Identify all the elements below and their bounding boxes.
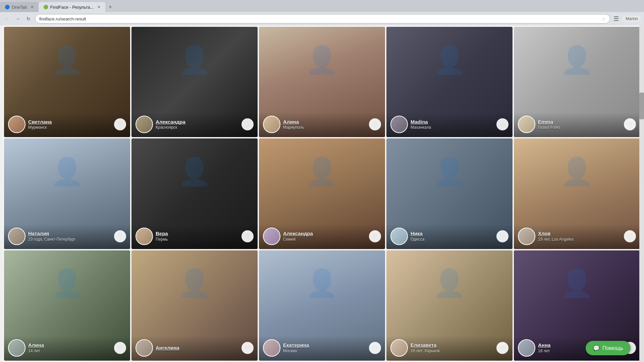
card-name-14[interactable]: Елизавета xyxy=(411,342,494,349)
card-name-7[interactable]: Вера xyxy=(156,230,239,237)
card-1[interactable]: 👤СветланаМурманск♡ xyxy=(4,27,130,137)
card-name-3[interactable]: Алина xyxy=(283,119,366,125)
browser-chrome: 🔵 OneTab ✕ 🟢 FindFace - Результа... ✕ + … xyxy=(0,0,644,25)
tab-close-icon[interactable]: ✕ xyxy=(31,5,34,9)
avatar-4 xyxy=(390,116,408,133)
card-7[interactable]: 👤ВераПермь♡ xyxy=(131,138,258,249)
avatar-13 xyxy=(263,339,280,357)
avatar-15 xyxy=(518,339,535,357)
avatar-11 xyxy=(8,339,25,357)
tab-findface[interactable]: 🟢 FindFace - Результа... ✕ xyxy=(39,2,105,12)
card-name-6[interactable]: Наталия xyxy=(28,230,111,237)
card-overlay-11: Алина14 лет♡ xyxy=(4,336,130,361)
card-overlay-2: АлександраКрасноярск♡ xyxy=(131,112,258,137)
card-overlay-12: Ангелина♡ xyxy=(131,336,258,361)
heart-btn-14[interactable]: ♡ xyxy=(496,342,508,354)
avatar-5 xyxy=(518,116,535,133)
tab-favicon-2: 🟢 xyxy=(43,5,48,9)
user-badge: Marion xyxy=(622,16,641,22)
card-sub-7: Пермь xyxy=(156,237,239,242)
heart-btn-11[interactable]: ♡ xyxy=(114,342,126,354)
card-8[interactable]: 👤АлександраСемей♡ xyxy=(259,138,385,249)
help-label: Помощь xyxy=(602,345,623,351)
card-sub-8: Семей xyxy=(283,237,366,242)
address-text: findface.ru/search-result xyxy=(39,16,599,21)
card-2[interactable]: 👤АлександраКрасноярск♡ xyxy=(131,27,258,137)
card-14[interactable]: 👤Елизавета18 лет, Харьков♡ xyxy=(386,250,513,361)
heart-btn-10[interactable]: ♡ xyxy=(624,230,636,242)
card-10[interactable]: 👤Хлоя19 лет, Los Angeles♡ xyxy=(514,138,640,249)
card-sub-1: Мурманск xyxy=(28,125,111,130)
card-sub-10: 19 лет, Los Angeles xyxy=(538,237,621,242)
bookmark-icon[interactable]: ☆ xyxy=(601,16,606,21)
heart-btn-3[interactable]: ♡ xyxy=(369,118,381,130)
avatar-9 xyxy=(390,228,408,245)
card-name-5[interactable]: Emma xyxy=(538,119,621,125)
tab-label: OneTab xyxy=(12,5,27,10)
avatar-3 xyxy=(263,116,280,133)
card-name-8[interactable]: Александра xyxy=(283,230,366,237)
card-name-13[interactable]: Екатерина xyxy=(283,342,366,349)
heart-btn-7[interactable]: ♡ xyxy=(241,230,254,242)
card-overlay-8: АлександраСемей♡ xyxy=(259,224,385,249)
card-overlay-6: Наталия23 года, Санкт-Петербург♡ xyxy=(4,224,130,249)
card-name-4[interactable]: Madina xyxy=(411,119,494,125)
card-sub-2: Красноярск xyxy=(156,125,239,130)
avatar-12 xyxy=(136,339,153,357)
heart-btn-5[interactable]: ♡ xyxy=(624,118,636,130)
heart-btn-13[interactable]: ♡ xyxy=(369,342,381,354)
tab-onetab[interactable]: 🔵 OneTab ✕ xyxy=(0,2,39,12)
card-name-2[interactable]: Александра xyxy=(156,119,239,125)
avatar-7 xyxy=(136,228,153,245)
card-overlay-4: MadinaМахачкала♡ xyxy=(386,112,513,137)
heart-btn-1[interactable]: ♡ xyxy=(114,118,126,130)
new-tab-button[interactable]: + xyxy=(105,4,116,11)
help-button[interactable]: 💬 Помощь xyxy=(586,341,631,355)
card-sub-4: Махачкала xyxy=(411,125,494,130)
card-13[interactable]: 👤ЕкатеринаМосква♡ xyxy=(259,250,385,361)
card-12[interactable]: 👤Ангелина♡ xyxy=(131,250,258,361)
card-6[interactable]: 👤Наталия23 года, Санкт-Петербург♡ xyxy=(4,138,130,249)
nav-bar: ← → ↻ findface.ru/search-result ☆ ☰ Mari… xyxy=(0,12,644,25)
card-name-1[interactable]: Светлана xyxy=(28,119,111,125)
card-sub-14: 18 лет, Харьков xyxy=(411,349,494,354)
search-results-grid: 👤СветланаМурманск♡👤АлександраКрасноярск♡… xyxy=(3,25,641,362)
back-button[interactable]: ← xyxy=(3,14,11,23)
scrollbar-thumb[interactable] xyxy=(639,93,644,119)
tab-bar: 🔵 OneTab ✕ 🟢 FindFace - Результа... ✕ + xyxy=(0,0,644,12)
card-name-11[interactable]: Алина xyxy=(28,342,111,349)
forward-button[interactable]: → xyxy=(13,14,22,23)
card-4[interactable]: 👤MadinaМахачкала♡ xyxy=(386,27,513,137)
avatar-8 xyxy=(263,228,280,245)
heart-btn-9[interactable]: ♡ xyxy=(496,230,508,242)
card-name-9[interactable]: Ника xyxy=(411,230,494,237)
card-sub-6: 23 года, Санкт-Петербург xyxy=(28,237,111,242)
card-overlay-10: Хлоя19 лет, Los Angeles♡ xyxy=(514,224,640,249)
avatar-6 xyxy=(8,228,25,245)
card-overlay-1: СветланаМурманск♡ xyxy=(4,112,130,137)
card-overlay-5: EmmaGrand Forks♡ xyxy=(514,112,640,137)
card-sub-3: Мариуполь xyxy=(283,125,366,130)
menu-button[interactable]: ☰ xyxy=(612,15,620,22)
heart-btn-2[interactable]: ♡ xyxy=(241,118,254,130)
card-overlay-3: АлинаМариуполь♡ xyxy=(259,112,385,137)
card-overlay-14: Елизавета18 лет, Харьков♡ xyxy=(386,336,513,361)
heart-btn-12[interactable]: ♡ xyxy=(241,342,254,354)
card-name-12[interactable]: Ангелина xyxy=(156,345,239,351)
card-5[interactable]: 👤EmmaGrand Forks♡ xyxy=(514,27,640,137)
card-name-10[interactable]: Хлоя xyxy=(538,230,621,237)
address-bar[interactable]: findface.ru/search-result ☆ xyxy=(35,14,610,23)
card-11[interactable]: 👤Алина14 лет♡ xyxy=(4,250,130,361)
scrollbar[interactable] xyxy=(639,25,644,362)
tab-close-icon-2[interactable]: ✕ xyxy=(97,5,101,9)
avatar-14 xyxy=(390,339,408,357)
card-9[interactable]: 👤НикаОдесса♡ xyxy=(386,138,513,249)
tab-favicon: 🔵 xyxy=(5,5,10,9)
refresh-button[interactable]: ↻ xyxy=(24,14,33,23)
heart-btn-8[interactable]: ♡ xyxy=(369,230,381,242)
heart-btn-6[interactable]: ♡ xyxy=(114,230,126,242)
heart-btn-4[interactable]: ♡ xyxy=(496,118,508,130)
card-sub-11: 14 лет xyxy=(28,349,111,354)
avatar-10 xyxy=(518,228,535,245)
card-3[interactable]: 👤АлинаМариуполь♡ xyxy=(259,27,385,137)
